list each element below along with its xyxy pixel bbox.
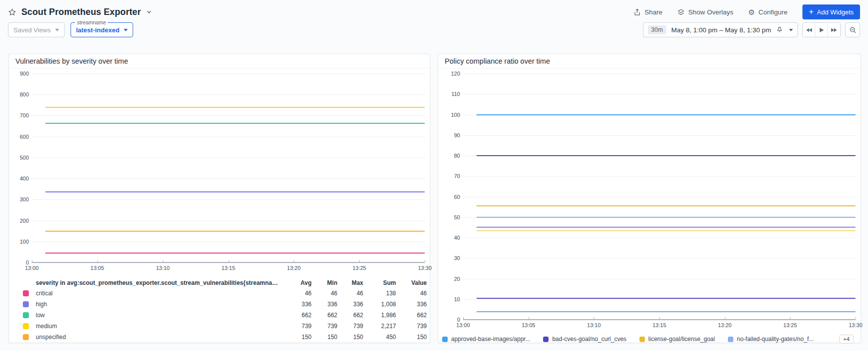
x-axis-tick-mark	[529, 317, 529, 319]
share-label: Share	[644, 8, 662, 16]
gridline	[32, 221, 425, 221]
share-button[interactable]: Share	[633, 8, 662, 16]
x-axis-tick-mark	[32, 260, 32, 262]
legend-item-bad-cves-goal/no_curl_cves[interactable]: bad-cves-goal/no_curl_cves	[543, 336, 626, 343]
x-axis-tick: 13:00	[456, 322, 470, 328]
legend-swatch	[23, 301, 29, 307]
legend-item-no-failed-quality-gates/no_f...[interactable]: no-failed-quality-gates/no_f...	[728, 336, 814, 343]
y-axis-tick: 50	[440, 214, 460, 220]
series-line-unlisted	[476, 298, 856, 299]
legend-table-header-row: severity in avg:scout_prometheus_exporte…	[23, 278, 427, 288]
legend-value-cell: 662	[283, 312, 312, 319]
saved-views-dropdown[interactable]: Saved Views	[8, 22, 65, 37]
series-legend-table: severity in avg:scout_prometheus_exporte…	[23, 278, 427, 343]
x-axis-tick: 13:20	[718, 322, 732, 328]
series-line-approved-base-images/appr...	[476, 114, 856, 115]
y-axis-tick: 100	[440, 112, 460, 118]
x-axis-tick-mark	[294, 260, 294, 262]
x-axis-tick-mark	[425, 260, 425, 262]
legend-row-high[interactable]: high3363363361,008336	[23, 299, 427, 310]
duration-badge: 30m	[648, 25, 666, 34]
legend-swatch	[728, 337, 733, 342]
y-axis-tick: 300	[9, 196, 29, 202]
y-axis-tick: 40	[440, 235, 460, 241]
time-forward-button[interactable]	[828, 23, 840, 37]
y-axis-tick: 70	[440, 173, 460, 179]
y-axis-tick: 90	[440, 132, 460, 138]
legend-series-name: medium	[36, 323, 283, 330]
show-overlays-button[interactable]: Show Overlays	[677, 8, 733, 16]
time-controls: 30m May 8, 1:00 pm – May 8, 1:30 pm	[643, 22, 860, 37]
legend-row-low[interactable]: low6626626621,986662	[23, 310, 427, 321]
y-axis-tick: 400	[9, 176, 29, 181]
legend-item-license-goal/license_goal[interactable]: license-goal/license_goal	[639, 336, 715, 343]
x-axis	[463, 319, 856, 320]
legend-column-header: Value	[396, 279, 427, 286]
page-title: Scout Prometheus Exporter	[21, 7, 141, 17]
time-backward-button[interactable]	[803, 23, 815, 37]
overlays-layers-icon	[677, 8, 685, 16]
configure-button[interactable]: ⚙ Configure	[748, 8, 788, 16]
legend-value-cell: 662	[312, 312, 337, 319]
zoom-out-button[interactable]	[845, 22, 860, 37]
streamname-filter-dropdown[interactable]: streamname latest-indexed	[71, 22, 133, 37]
x-axis-tick: 13:05	[90, 265, 104, 271]
x-axis-tick: 13:15	[222, 265, 236, 271]
legend-row-unspecified[interactable]: unspecified150150150450150	[23, 332, 427, 343]
x-axis-tick: 13:20	[287, 265, 301, 271]
policy-compliance-chart: 0102030405060708090100110120 13:0013:051…	[463, 74, 856, 330]
legend-value-cell: 739	[337, 323, 363, 330]
y-axis-tick: 120	[440, 71, 460, 77]
chart-plot-area[interactable]: 0102030405060708090100110120	[463, 74, 856, 320]
gridline	[32, 178, 425, 179]
y-axis-tick: 110	[440, 91, 460, 97]
share-icon	[633, 8, 641, 16]
gridline	[32, 137, 425, 137]
x-axis-tick: 13:05	[522, 322, 536, 328]
legend-series-name: no-failed-quality-gates/no_f...	[737, 336, 814, 343]
x-axis-tick: 13:25	[352, 265, 366, 271]
favorite-star-icon[interactable]	[8, 8, 16, 16]
x-axis-tick-mark	[463, 317, 464, 319]
legend-value-cell: 46	[283, 290, 312, 297]
series-line-medium	[45, 107, 425, 108]
time-play-button[interactable]	[815, 23, 828, 37]
add-widgets-button[interactable]: + Add Widgets	[802, 4, 860, 19]
series-line-low	[45, 123, 425, 124]
time-range-picker[interactable]: 30m May 8, 1:00 pm – May 8, 1:30 pm	[643, 22, 798, 37]
legend-metric-query: severity in avg:scout_prometheus_exporte…	[36, 279, 283, 286]
legend-value-cell: 336	[337, 301, 363, 308]
x-axis-tick: 13:10	[587, 322, 601, 328]
chevron-down-icon	[789, 29, 793, 31]
legend-series-name: high	[36, 301, 283, 308]
series-line-no-failed-quality-gates/no_f...	[476, 217, 856, 218]
chevron-down-icon	[124, 29, 128, 31]
pin-icon[interactable]	[776, 26, 783, 33]
legend-value-cell: 138	[363, 290, 396, 297]
x-axis-labels: 13:0013:0513:1013:1513:2013:2513:30	[463, 322, 856, 330]
legend-value-cell: 336	[283, 301, 312, 308]
gridline	[463, 258, 856, 259]
series-line-critical	[45, 253, 425, 254]
legend-row-medium[interactable]: medium7397397392,217739	[23, 321, 427, 332]
legend-row-critical[interactable]: critical46464613846	[23, 288, 427, 299]
legend-item-approved-base-images/appr...[interactable]: approved-base-images/appr...	[442, 336, 530, 343]
x-axis-tick: 13:25	[784, 322, 797, 328]
panel-title: Policy compliance ratio over time	[438, 54, 861, 69]
dashboard-title-group: Scout Prometheus Exporter	[8, 7, 152, 17]
legend-value-cell: 662	[396, 312, 427, 319]
legend-more-button[interactable]: +4	[839, 335, 854, 344]
series-line-unspecified	[45, 231, 425, 232]
x-axis-tick: 13:00	[25, 265, 39, 271]
chart-plot-area[interactable]: 0100200300400500600700800900	[32, 74, 425, 263]
legend-series-name: bad-cves-goal/no_curl_cves	[552, 336, 626, 343]
title-chevron-down-icon[interactable]	[146, 9, 152, 15]
legend-value-cell: 336	[396, 301, 427, 308]
gridline	[32, 158, 425, 158]
panel-title: Vulnerabilities by severity over time	[9, 54, 430, 69]
legend-value-cell: 150	[312, 334, 337, 341]
y-axis-tick: 80	[440, 153, 460, 159]
legend-swatch	[23, 334, 29, 340]
y-axis-tick: 10	[440, 296, 460, 302]
top-bar: Scout Prometheus Exporter Share Show Ove…	[8, 4, 860, 20]
